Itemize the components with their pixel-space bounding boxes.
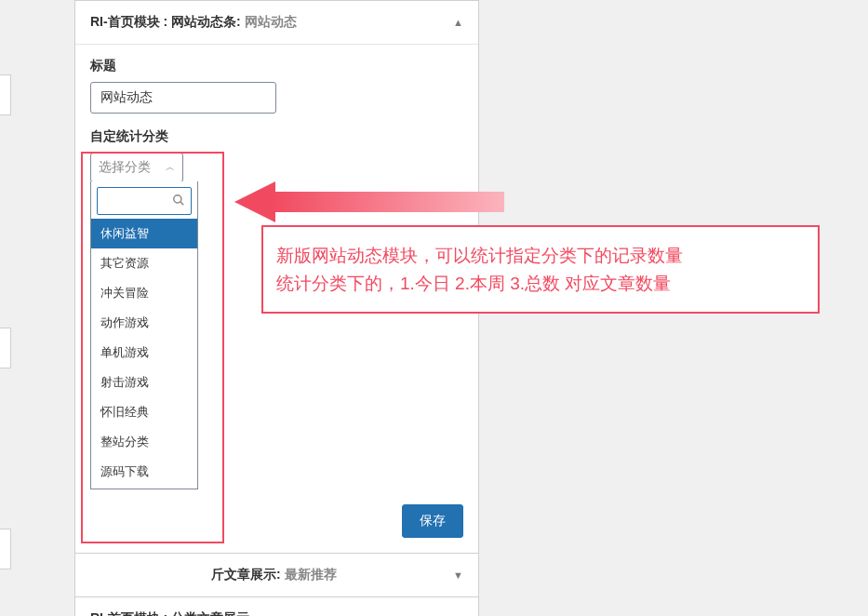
accordion-title-category: RI-首页模块 : 分类文章展示 — [90, 610, 249, 616]
option-item[interactable]: 其它资源 — [91, 248, 197, 278]
dropdown-search-input[interactable] — [103, 194, 172, 208]
title-field-group: 标题 — [90, 58, 463, 114]
title-input[interactable] — [90, 82, 276, 114]
accordion-header-dynamic-bar[interactable]: RI-首页模块 : 网站动态条: 网站动态 ▲ — [75, 1, 478, 44]
accordion-title-latest: 斤文章展示: 最新推荐 — [90, 567, 337, 583]
dropdown-search-row — [97, 187, 192, 215]
accordion-category-articles: RI-首页模块 : 分类文章展示 ▼ — [75, 596, 478, 616]
accordion-latest-articles: 斤文章展示: 最新推荐 ▼ — [75, 553, 478, 596]
option-item[interactable]: 怀旧经典 — [91, 397, 197, 427]
accordion-header-category-articles[interactable]: RI-首页模块 : 分类文章展示 ▼ — [75, 597, 478, 616]
option-item[interactable]: 动作游戏 — [91, 308, 197, 338]
option-item[interactable]: 单机游戏 — [91, 338, 197, 368]
option-item[interactable]: 冲关冒险 — [91, 278, 197, 308]
chevron-down-icon: ▼ — [453, 569, 463, 581]
search-icon — [172, 194, 185, 209]
option-item[interactable]: 经营策略 — [91, 487, 197, 489]
accordion-title: RI-首页模块 : 网站动态条: 网站动态 — [90, 14, 297, 31]
accordion-body-dynamic-bar: 标题 自定统计分类 选择分类 ︿ — [75, 44, 478, 497]
option-item[interactable]: 射击游戏 — [91, 368, 197, 397]
category-dropdown: 休闲益智其它资源冲关冒险动作游戏单机游戏射击游戏怀旧经典整站分类源码下载经营策略 — [90, 181, 198, 489]
category-field-group: 自定统计分类 选择分类 ︿ — [90, 128, 463, 182]
save-row: 保存 — [75, 497, 478, 553]
chevron-up-icon: ▲ — [453, 17, 463, 28]
svg-point-0 — [174, 194, 181, 202]
category-select[interactable]: 选择分类 ︿ — [90, 153, 183, 182]
option-list[interactable]: 休闲益智其它资源冲关冒险动作游戏单机游戏射击游戏怀旧经典整站分类源码下载经营策略 — [91, 219, 197, 489]
category-label: 自定统计分类 — [90, 128, 463, 145]
option-item[interactable]: 整站分类 — [91, 427, 197, 457]
settings-panel: RI-首页模块 : 网站动态条: 网站动态 ▲ 标题 自定统计分类 选择分类 ︿ — [74, 0, 479, 616]
select-placeholder: 选择分类 — [99, 159, 151, 176]
option-item[interactable]: 休闲益智 — [91, 219, 197, 248]
accordion-dynamic-bar: RI-首页模块 : 网站动态条: 网站动态 ▲ 标题 自定统计分类 选择分类 ︿ — [75, 0, 478, 553]
svg-line-1 — [180, 202, 183, 205]
accordion-header-latest-articles[interactable]: 斤文章展示: 最新推荐 ▼ — [75, 554, 478, 596]
save-button[interactable]: 保存 — [402, 504, 463, 538]
chevron-up-icon: ︿ — [166, 161, 175, 174]
title-label: 标题 — [90, 58, 463, 74]
option-item[interactable]: 源码下载 — [91, 457, 197, 487]
